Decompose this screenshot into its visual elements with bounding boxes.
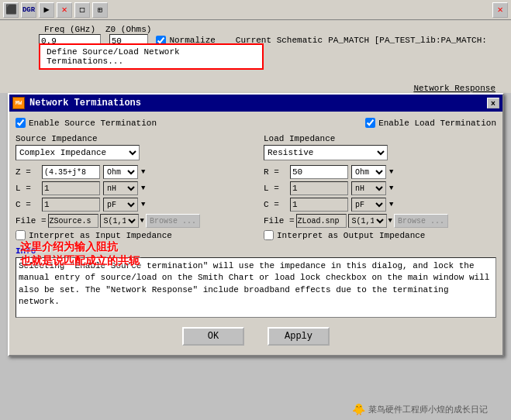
r-param-row: R = Ohm ▼: [264, 165, 496, 179]
dialog-close-button[interactable]: ×: [487, 98, 499, 108]
z0-label: Z0 (Ohms): [105, 25, 151, 34]
file-src-sparams-select: S(1,1): [100, 214, 139, 228]
interpret-src-label: Interpret as Input Impedance: [29, 231, 172, 240]
file-load-sparams-select: S(1,1): [348, 214, 387, 228]
l-src-unit-select[interactable]: nH: [103, 181, 138, 195]
toolbar: ⬛ DGR ▶ ✕ ◻ ⊞ ✕: [0, 0, 511, 20]
c-src-dropdown-arrow: ▼: [141, 201, 145, 208]
enable-source-checkbox[interactable]: [16, 118, 26, 128]
annotation-line1: 这里介绍为输入阻抗: [20, 240, 140, 254]
interpret-src-checkbox[interactable]: [16, 230, 26, 240]
file-load-arrow: ▼: [388, 217, 392, 225]
apply-button[interactable]: Apply: [268, 327, 330, 346]
c-src-label: C =: [16, 200, 39, 209]
l-load-input: [290, 181, 348, 195]
annotation-line2: 也就是说匹配成立的共轭: [20, 254, 140, 268]
file-load-browse-button: Browse ...: [394, 214, 448, 228]
toolbar-btn-1[interactable]: ⬛: [3, 2, 19, 18]
file-src-row: File = S(1,1) ▼ Browse ...: [16, 214, 248, 228]
z-param-row: Z = Ohm ▼: [16, 165, 248, 179]
r-unit-select[interactable]: Ohm: [351, 165, 386, 179]
current-schematic-value: PA_MATCH [PA_TEST_lib:PA_MATCH:: [328, 36, 487, 45]
l-src-input[interactable]: [42, 181, 100, 195]
interpret-load-row: Interpret as Output Impedance: [264, 230, 496, 240]
load-impedance-select[interactable]: Resistive: [264, 145, 388, 160]
z-dropdown-arrow: ▼: [141, 168, 145, 176]
c-load-label: C =: [264, 200, 287, 209]
l-load-dropdown-arrow: ▼: [389, 184, 393, 192]
file-src-label: File =: [16, 216, 47, 225]
l-load-param-row: L = nH ▼: [264, 181, 496, 195]
network-response-label[interactable]: Network Response: [413, 84, 495, 93]
dialog-body: Enable Source Termination Enable Load Te…: [9, 112, 502, 355]
file-src-input: [48, 214, 98, 228]
current-schematic-group: Current Schematic PA_MATCH [PA_TEST_lib:…: [236, 35, 487, 46]
interpret-load-label: Interpret as Output Impedance: [277, 231, 425, 240]
enable-source-item: Enable Source Termination: [16, 118, 157, 128]
c-src-param-row: C = pF ▼: [16, 198, 248, 212]
l-load-unit-select: nH: [351, 181, 386, 195]
interpret-src-row: Interpret as Input Impedance: [16, 230, 248, 240]
annotation-overlay: 这里介绍为输入阻抗 也就是说匹配成立的共轭: [20, 240, 140, 268]
r-dropdown-arrow: ▼: [389, 168, 393, 176]
enable-load-item: Enable Load Termination: [365, 118, 496, 128]
z-unit-select[interactable]: Ohm: [103, 165, 138, 179]
file-src-browse-button: Browse ...: [146, 214, 200, 228]
file-load-label: File =: [264, 216, 295, 225]
r-label: R =: [264, 167, 287, 177]
load-dropdown-row: Resistive: [264, 145, 496, 160]
load-impedance-label: Load Impedance: [264, 134, 496, 143]
watermark-text: 菜鸟硬件工程师小煌的成长日记: [368, 404, 488, 415]
enable-load-checkbox[interactable]: [365, 118, 375, 128]
dialog-titlebar: MW Network Terminations ×: [9, 95, 502, 112]
dialog: MW Network Terminations × Enable Source …: [8, 93, 504, 356]
file-src-arrow: ▼: [140, 217, 144, 225]
source-dropdown-row: Complex Impedance: [16, 145, 248, 160]
toolbar-btn-6[interactable]: ⊞: [92, 2, 108, 18]
freq-label: Freq (GHz): [44, 25, 95, 34]
l-src-dropdown-arrow: ▼: [141, 184, 145, 192]
l-src-param-row: L = nH ▼: [16, 181, 248, 195]
c-load-dropdown-arrow: ▼: [389, 201, 393, 208]
watermark-icon: 🐥: [352, 403, 365, 415]
toolbar-btn-2[interactable]: DGR: [21, 2, 36, 18]
toolbar-btn-5[interactable]: ◻: [74, 2, 90, 18]
enable-row: Enable Source Termination Enable Load Te…: [16, 118, 496, 128]
source-col: Source Impedance Complex Impedance Z = O…: [16, 134, 248, 242]
l-src-label: L =: [16, 184, 39, 193]
source-impedance-label: Source Impedance: [16, 134, 248, 143]
dialog-title: Network Terminations: [29, 98, 487, 108]
enable-source-label: Enable Source Termination: [29, 119, 157, 128]
interpret-load-checkbox[interactable]: [264, 230, 274, 240]
l-load-label: L =: [264, 184, 287, 193]
c-load-input: [290, 198, 348, 212]
c-src-input[interactable]: [42, 198, 100, 212]
ok-button[interactable]: OK: [182, 327, 244, 346]
load-col: Load Impedance Resistive R = Ohm ▼: [264, 134, 496, 242]
file-load-row: File = S(1,1) ▼ Browse ...: [264, 214, 496, 228]
button-row: OK Apply: [16, 324, 496, 349]
c-src-unit-select[interactable]: pF: [103, 198, 138, 212]
define-source-button[interactable]: Define Source/Load Network Terminations.…: [39, 43, 264, 70]
source-impedance-select[interactable]: Complex Impedance: [16, 145, 140, 160]
z-label: Z =: [16, 167, 39, 177]
c-load-param-row: C = pF ▼: [264, 198, 496, 212]
two-col-layout: Source Impedance Complex Impedance Z = O…: [16, 134, 496, 242]
watermark: 🐥 菜鸟硬件工程师小煌的成长日记: [352, 403, 488, 415]
toolbar-btn-4[interactable]: ✕: [57, 2, 72, 18]
r-input[interactable]: [290, 165, 348, 179]
enable-load-label: Enable Load Termination: [378, 119, 496, 128]
z-input[interactable]: [42, 165, 100, 179]
c-load-unit-select: pF: [351, 198, 386, 212]
toolbar-btn-3[interactable]: ▶: [39, 2, 54, 18]
dialog-icon: MW: [12, 97, 25, 109]
file-load-input: [296, 214, 347, 228]
toolbar-close[interactable]: ✕: [492, 2, 508, 18]
